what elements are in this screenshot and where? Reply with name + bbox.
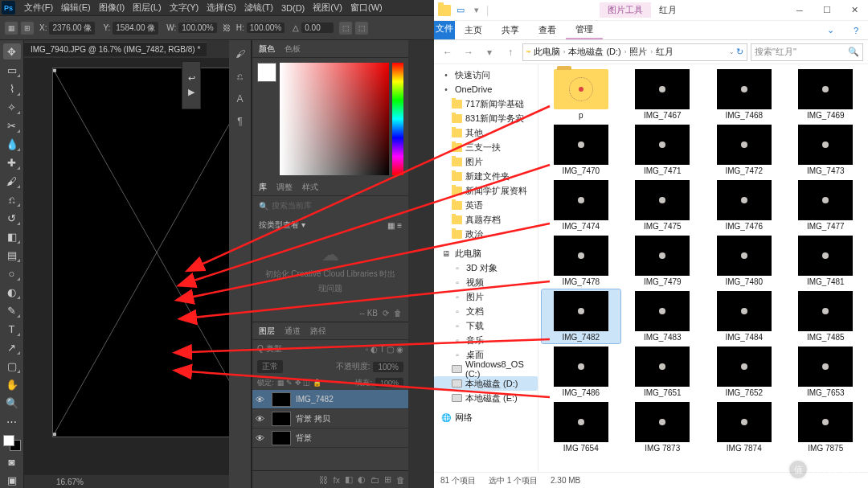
file-item[interactable]: IMG_7475 [624, 178, 702, 232]
mask-icon[interactable]: ◧ [345, 474, 353, 485]
ribbon-share[interactable]: 共享 [492, 21, 529, 39]
transform-ref-icon[interactable]: ▦ [5, 22, 18, 35]
layer-name[interactable]: 背景 拷贝 [296, 413, 330, 424]
lib-search-input[interactable]: 搜索当前库 [272, 200, 312, 211]
ribbon-manage[interactable]: 管理 [566, 21, 603, 39]
filter-icons[interactable]: ▫ ◐ T ▢ ◉ [366, 345, 403, 354]
group-icon[interactable]: 🗀 [371, 475, 379, 485]
file-item[interactable]: IMG_7467 [624, 68, 702, 121]
zoom-value[interactable]: 16.67% [56, 478, 84, 486]
tree-item[interactable]: Windows8_OS (C:) [434, 362, 538, 376]
menu-layer[interactable]: 图层(L) [129, 2, 165, 14]
y-value[interactable]: 1584.00 像 [113, 22, 158, 35]
crumb-folder[interactable]: 红月 [654, 46, 675, 58]
visibility-icon[interactable]: 👁 [256, 433, 267, 443]
file-item[interactable]: IMG_7485 [787, 289, 866, 343]
marquee-tool[interactable]: ▭ [3, 62, 21, 78]
file-item[interactable]: IMG_7651 [624, 345, 702, 399]
fx-icon[interactable]: fx [333, 475, 340, 485]
lock-icons[interactable]: ▦ ✎ ✥ ◫ 🔒 [277, 379, 321, 387]
tree-item[interactable]: 717新闻学基础 [434, 96, 538, 111]
actions-icon[interactable]: ▶ [188, 87, 194, 97]
qat-dropdown-icon[interactable]: ▾ [469, 3, 484, 18]
blend-mode[interactable]: 正常 [257, 360, 283, 373]
crop-tool[interactable]: ✂ [3, 117, 21, 133]
lib-view-icons[interactable]: ▦ ≡ [387, 221, 402, 230]
brush-tool[interactable]: 🖌 [3, 173, 21, 189]
adjust-icon[interactable]: ◐ [358, 474, 366, 485]
document-tab[interactable]: IMG_7940.JPG @ 16.7% (IMG_7482, RGB/8) * [24, 42, 207, 56]
paths-tab[interactable]: 路径 [310, 326, 326, 337]
edit-toolbar[interactable]: ⋯ [3, 413, 21, 429]
pen-tool[interactable]: ✎ [3, 302, 21, 318]
visibility-icon[interactable]: 👁 [256, 414, 267, 424]
filter-kind[interactable]: Q 类型 [257, 343, 282, 355]
tree-item[interactable]: 新建文件夹 [434, 169, 538, 183]
menu-type[interactable]: 文字(Y) [166, 2, 203, 14]
libraries-tab[interactable]: 库 [259, 182, 267, 193]
close-button[interactable]: ✕ [841, 0, 868, 21]
tree-item[interactable]: 🌐网络 [434, 410, 538, 424]
fill-value[interactable]: 100% [375, 378, 403, 388]
menu-file[interactable]: 文件(F) [20, 2, 57, 14]
type-tool[interactable]: T [3, 321, 21, 337]
quickmask-icon[interactable]: ◙ [3, 453, 21, 470]
file-item[interactable]: IMG_7470 [542, 123, 620, 177]
crumb-drive[interactable]: 本地磁盘 (D:) [567, 46, 622, 58]
file-item[interactable]: IMG_7480 [705, 234, 784, 288]
opacity-value[interactable]: 100% [373, 362, 403, 372]
layers-tab[interactable]: 图层 [259, 326, 275, 337]
dock-brush-icon[interactable]: 🖌 [233, 47, 248, 61]
nav-history-icon[interactable]: ▾ [481, 43, 498, 61]
anchor-icon[interactable]: ⊞ [21, 22, 34, 35]
tree-item[interactable]: 图片 [434, 154, 538, 169]
file-item[interactable]: p [542, 68, 620, 121]
addr-dropdown-icon[interactable]: ⌄ [729, 48, 735, 55]
search-box[interactable]: 搜索"红月" 🔍 [751, 43, 863, 61]
layer-row[interactable]: 👁背景 拷贝 [252, 409, 408, 429]
visibility-icon[interactable]: 👁 [256, 395, 267, 404]
file-item[interactable]: IMG_7476 [705, 178, 784, 232]
link-layers-icon[interactable]: ⛓ [319, 475, 328, 485]
file-item[interactable]: IMG_7478 [542, 234, 620, 288]
delete-layer-icon[interactable]: 🗑 [396, 475, 405, 485]
w-value[interactable]: 100.00% [178, 23, 216, 33]
zoom-tool[interactable]: 🔍 [3, 395, 21, 411]
nav-up-icon[interactable]: ↑ [502, 43, 519, 61]
menu-filter[interactable]: 滤镜(T) [240, 2, 277, 14]
file-item[interactable]: IMG_7484 [705, 289, 784, 343]
address-bar[interactable]: › 此电脑› 本地磁盘 (D:)› 照片› 红月 ⌄ ↻ [522, 43, 747, 61]
screenmode-icon[interactable]: ▣ [3, 472, 21, 488]
tree-item[interactable]: 831新闻学务实 [434, 111, 538, 125]
eraser-tool[interactable]: ◧ [3, 228, 21, 244]
file-item[interactable]: IMG_7477 [787, 178, 866, 232]
file-item[interactable]: IMG_7471 [624, 123, 702, 177]
tree-item[interactable]: 英语 [434, 198, 538, 212]
eyedropper-tool[interactable]: 💧 [3, 136, 21, 152]
layer-row[interactable]: 👁背景 [252, 429, 408, 448]
tree-item[interactable]: 其他 [434, 125, 538, 140]
lib-view-dropdown[interactable]: 按类型查看 ▾ [259, 219, 305, 231]
hue-slider[interactable] [392, 63, 403, 175]
hand-tool[interactable]: ✋ [3, 376, 21, 392]
stamp-tool[interactable]: ⎌ [3, 191, 21, 207]
tree-item[interactable]: 本地磁盘 (E:) [434, 391, 538, 405]
file-item[interactable]: IMG_7653 [787, 345, 866, 399]
tree-item[interactable]: 新闻学扩展资料 [434, 183, 538, 198]
files-area[interactable]: pIMG_7467IMG_7468IMG_7469IMG_7470IMG_747… [538, 64, 868, 472]
tree-item[interactable]: •快速访问 [434, 68, 538, 82]
menu-view[interactable]: 视图(V) [309, 2, 346, 14]
tree-item[interactable]: ▫文档 [434, 304, 538, 318]
tree-item[interactable]: ▫下载 [434, 318, 538, 333]
tree-item[interactable]: 真题存档 [434, 212, 538, 227]
sync-icon[interactable]: ⟳ [383, 309, 389, 318]
layer-thumb[interactable] [272, 431, 291, 445]
nav-fwd-icon[interactable]: → [460, 43, 477, 61]
chevron-right-icon[interactable]: › [528, 48, 530, 55]
context-tab-pictools[interactable]: 图片工具 [600, 2, 651, 18]
fg-color[interactable] [3, 435, 14, 446]
color-swatches[interactable] [3, 435, 21, 451]
file-item[interactable]: IMG_7472 [705, 123, 784, 177]
maximize-button[interactable]: ☐ [813, 0, 841, 21]
link-icon[interactable]: ⛓ [223, 23, 231, 32]
